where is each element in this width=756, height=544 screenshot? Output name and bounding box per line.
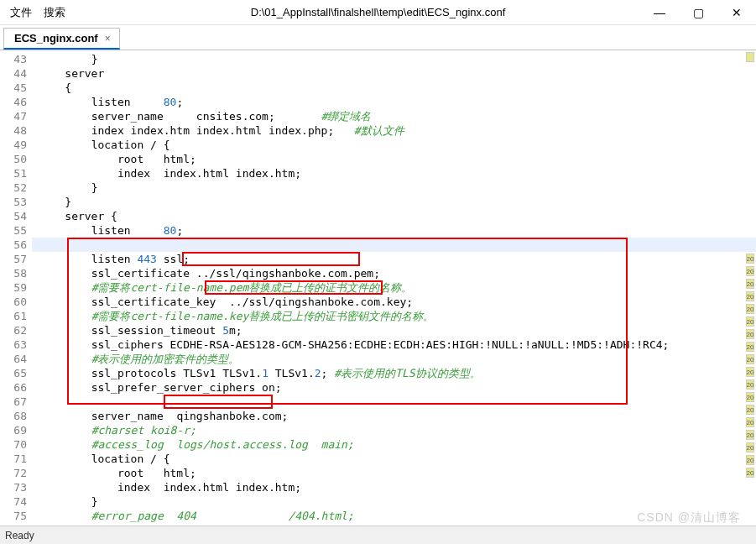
- line-number: 48: [0, 123, 27, 138]
- line-number: 51: [0, 166, 27, 180]
- change-marker: 20: [746, 304, 754, 314]
- status-bar: Ready: [0, 526, 756, 544]
- change-markers-col: 20 20 20 20 20 20 20 20 20 20 20 20 20 2…: [744, 252, 756, 480]
- code-line[interactable]: server {: [32, 209, 756, 223]
- code-line[interactable]: server_name qingshanboke.com;: [32, 409, 756, 423]
- close-button[interactable]: ✕: [717, 0, 756, 25]
- maximize-button[interactable]: ▢: [679, 0, 717, 25]
- code-line[interactable]: ssl_certificate_key ../ssl/qingshanboke.…: [32, 295, 756, 309]
- line-number: 55: [0, 223, 27, 238]
- code-line[interactable]: #表示使用的加密套件的类型。: [32, 352, 756, 366]
- change-marker: 20: [746, 392, 754, 402]
- change-marker: 20: [746, 442, 754, 452]
- line-number: 69: [0, 423, 27, 437]
- code-line[interactable]: ssl_certificate ../ssl/qingshanboke.com.…: [32, 266, 756, 280]
- line-number: 43: [0, 52, 27, 66]
- code-area[interactable]: } server { listen 80; server_name cnsite…: [32, 50, 756, 525]
- code-line[interactable]: index index.htm index.html index.php; #默…: [32, 123, 756, 138]
- code-line[interactable]: root html;: [32, 152, 756, 166]
- change-marker: [746, 52, 754, 62]
- change-marker: 20: [746, 367, 754, 377]
- title-bar: 文件 搜索 D:\01_AppInstall\finalshell\temp\e…: [0, 0, 756, 25]
- code-line[interactable]: #需要将cert-file-name.pem替换成已上传的证书文件的名称。: [32, 280, 756, 295]
- line-number: 70: [0, 437, 27, 452]
- change-marker: 20: [746, 291, 754, 301]
- change-marker: 20: [746, 254, 754, 264]
- minimize-button[interactable]: —: [640, 0, 679, 25]
- code-line[interactable]: index index.html index.htm;: [32, 480, 756, 494]
- tab-label: ECS_nginx.conf: [14, 32, 98, 44]
- code-line[interactable]: ssl_session_timeout 5m;: [32, 323, 756, 337]
- menu-file[interactable]: 文件: [10, 5, 32, 20]
- line-number: 67: [0, 395, 27, 409]
- menu-search[interactable]: 搜索: [44, 5, 65, 20]
- line-number: 53: [0, 195, 27, 209]
- line-number: 62: [0, 323, 27, 337]
- code-line[interactable]: listen 80;: [32, 223, 756, 238]
- line-number: 74: [0, 494, 27, 509]
- line-number: 65: [0, 366, 27, 380]
- code-line[interactable]: }: [32, 52, 756, 66]
- line-number: 66: [0, 380, 27, 395]
- editor[interactable]: 4344454647484950515253545556575859606162…: [0, 50, 756, 525]
- code-line[interactable]: listen 443 ssl;: [32, 252, 756, 266]
- change-marker: 20: [746, 329, 754, 339]
- line-number: 58: [0, 266, 27, 280]
- line-number: 46: [0, 95, 27, 109]
- line-number: 47: [0, 109, 27, 123]
- line-number: 54: [0, 209, 27, 223]
- line-number: 72: [0, 466, 27, 480]
- line-number: 45: [0, 81, 27, 95]
- change-marker: 20: [746, 379, 754, 390]
- change-marker: 20: [746, 430, 754, 440]
- line-number: 52: [0, 180, 27, 195]
- line-number: 50: [0, 152, 27, 166]
- code-line[interactable]: {: [32, 81, 756, 95]
- line-number: 61: [0, 309, 27, 323]
- line-number: 73: [0, 480, 27, 494]
- code-line[interactable]: }: [32, 180, 756, 195]
- code-line[interactable]: #charset koi8-r;: [32, 423, 756, 437]
- change-marker: 20: [746, 468, 754, 478]
- line-number: 63: [0, 337, 27, 352]
- tab-close-icon[interactable]: ×: [105, 33, 111, 44]
- code-line[interactable]: index index.html index.htm;: [32, 166, 756, 180]
- line-number-gutter: 4344454647484950515253545556575859606162…: [0, 50, 32, 525]
- change-marker: 20: [746, 279, 754, 289]
- change-marker: 20: [746, 405, 754, 415]
- code-line[interactable]: }: [32, 494, 756, 509]
- watermark: CSDN @清山博客: [637, 510, 741, 526]
- code-line[interactable]: location / {: [32, 138, 756, 152]
- line-number: 71: [0, 452, 27, 466]
- code-line[interactable]: [32, 395, 756, 409]
- change-marker: 20: [746, 342, 754, 352]
- code-line[interactable]: ssl_protocols TLSv1 TLSv1.1 TLSv1.2; #表示…: [32, 366, 756, 380]
- window-title-path: D:\01_AppInstall\finalshell\temp\edit\EC…: [251, 6, 506, 18]
- change-marker: 20: [746, 455, 754, 465]
- code-line[interactable]: root html;: [32, 466, 756, 480]
- code-line[interactable]: #access_log logs/host.access.log main;: [32, 437, 756, 452]
- change-marker: 20: [746, 316, 754, 327]
- code-line[interactable]: server: [32, 66, 756, 81]
- change-marker: 20: [746, 354, 754, 364]
- change-markers: [744, 50, 756, 65]
- line-number: 59: [0, 280, 27, 295]
- status-text: Ready: [5, 530, 34, 541]
- change-marker: 20: [746, 417, 754, 427]
- code-line[interactable]: ssl_ciphers ECDHE-RSA-AES128-GCM-SHA256:…: [32, 337, 756, 352]
- line-number: 64: [0, 352, 27, 366]
- change-marker: 20: [746, 266, 754, 276]
- code-line[interactable]: server_name cnsites.com; #绑定域名: [32, 109, 756, 123]
- tab-ecs-nginx-conf[interactable]: ECS_nginx.conf ×: [3, 28, 120, 50]
- code-line[interactable]: }: [32, 195, 756, 209]
- code-line[interactable]: listen 80;: [32, 95, 756, 109]
- code-line[interactable]: location / {: [32, 452, 756, 466]
- code-line[interactable]: ssl_prefer_server_ciphers on;: [32, 380, 756, 395]
- line-number: 75: [0, 509, 27, 523]
- code-line[interactable]: #需要将cert-file-name.key替换成已上传的证书密钥文件的名称。: [32, 309, 756, 323]
- line-number: 76: [0, 523, 27, 525]
- line-number: 49: [0, 138, 27, 152]
- line-number: 68: [0, 409, 27, 423]
- code-line[interactable]: [32, 238, 756, 252]
- line-number: 57: [0, 252, 27, 266]
